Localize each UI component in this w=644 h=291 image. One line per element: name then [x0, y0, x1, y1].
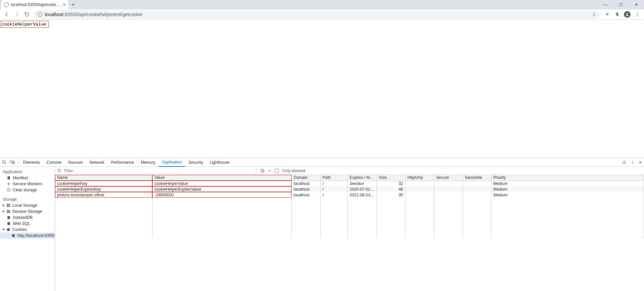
close-window-button[interactable]: ✕	[629, 0, 644, 9]
sidebar-item-local-storage[interactable]: Local Storage	[0, 202, 55, 208]
cell-domain: localhost	[291, 186, 320, 192]
cell-path: /	[320, 192, 347, 198]
svg-rect-21	[9, 212, 10, 213]
browser-tab[interactable]: localhost:63550/api/cookiehel ×	[1, 0, 68, 9]
only-blocked-label: Only blocked	[282, 168, 305, 173]
table-row[interactable]: jenkins-timestamper-offset-28800000local…	[55, 192, 644, 198]
devtools-close-icon[interactable]: ✕	[639, 160, 642, 165]
new-tab-button[interactable]: +	[68, 0, 78, 9]
svg-point-24	[7, 228, 10, 231]
refresh-icon[interactable]	[57, 168, 61, 173]
cell-expires: Session	[347, 181, 377, 186]
forward-button[interactable]	[12, 10, 21, 19]
col-samesite[interactable]: SameSite	[463, 175, 491, 181]
col-priority[interactable]: Priority	[491, 175, 644, 181]
svg-point-10	[632, 163, 633, 164]
svg-rect-18	[7, 210, 8, 211]
svg-rect-17	[9, 206, 10, 207]
address-bar[interactable]: i localhost:63550/api/cookiehelpertest/g…	[34, 10, 600, 19]
sidebar-item-service-workers[interactable]: Service Workers	[0, 181, 55, 187]
sidebar-item-session-storage[interactable]: Session Storage	[0, 208, 55, 214]
tab-lighthouse[interactable]: Lighthouse	[206, 158, 233, 167]
svg-point-0	[627, 13, 628, 14]
expand-icon[interactable]	[3, 204, 4, 207]
minimize-button[interactable]: —	[598, 0, 613, 9]
site-info-icon[interactable]: i	[38, 12, 42, 17]
expand-icon[interactable]	[3, 210, 4, 213]
col-expires[interactable]: Expires / Max-A...	[347, 175, 377, 181]
cell-priority: Medium	[491, 192, 644, 198]
cookie-table-scroll[interactable]: Name Value Domain Path Expires / Max-A..…	[55, 175, 644, 291]
collapse-icon[interactable]	[2, 229, 5, 231]
tab-security[interactable]: Security	[185, 158, 206, 167]
cookie-filter-bar: ✕ Only blocked	[55, 167, 644, 175]
col-httponly[interactable]: HttpOnly	[405, 175, 434, 181]
svg-rect-19	[9, 210, 10, 211]
cell-name: cookieHelperKey	[55, 181, 152, 186]
col-domain[interactable]: Domain	[291, 175, 320, 181]
extension-icon[interactable]: ✶	[602, 10, 612, 19]
tab-network[interactable]: Network	[86, 158, 108, 167]
database-icon	[7, 215, 11, 220]
sidebar-item-cookie-origin[interactable]: http://localhost:63550	[0, 233, 55, 239]
svg-point-9	[632, 162, 633, 163]
cell-value: -28800000	[152, 192, 291, 198]
only-blocked-checkbox[interactable]	[275, 169, 279, 173]
table-row[interactable]: cookieHelperKeycookieHelperValuelocalhos…	[55, 181, 644, 186]
cell-path: /	[320, 181, 347, 186]
sidebar-section-storage: Storage	[0, 196, 55, 202]
devtools-settings-icon[interactable]	[622, 160, 627, 165]
devtools-menu-icon[interactable]	[631, 160, 635, 164]
cookie-table: Name Value Domain Path Expires / Max-A..…	[55, 175, 644, 238]
cell-secure	[434, 186, 463, 192]
col-name[interactable]: Name	[55, 175, 152, 181]
cell-size: 35	[377, 192, 405, 198]
database-icon	[7, 222, 11, 226]
tab-application[interactable]: Application	[159, 158, 185, 167]
back-button[interactable]	[2, 10, 11, 19]
reload-button[interactable]	[22, 10, 32, 19]
col-secure[interactable]: Secure	[434, 175, 463, 181]
filter-input[interactable]	[64, 168, 252, 173]
sidebar-item-cookies[interactable]: Cookies	[0, 227, 55, 233]
col-value[interactable]: Value	[152, 175, 291, 181]
inspect-element-icon[interactable]	[2, 160, 7, 165]
cell-httponly	[405, 186, 434, 192]
sidebar-item-websql[interactable]: Web SQL	[0, 221, 55, 227]
tab-performance[interactable]: Performance	[108, 158, 138, 167]
tab-sources[interactable]: Sources	[65, 158, 86, 167]
clear-all-icon[interactable]	[260, 168, 265, 173]
table-row[interactable]: cookieHelperExpiresKeycookieHelperExpite…	[55, 186, 644, 192]
response-body: cookieHelperValue	[1, 21, 49, 28]
profile-avatar-icon[interactable]	[623, 10, 632, 19]
window-controls: — ☐ ✕	[598, 0, 644, 9]
delete-icon[interactable]: ✕	[268, 168, 271, 173]
tab-console[interactable]: Console	[43, 158, 65, 167]
browser-toolbar: i localhost:63550/api/cookiehelpertest/g…	[0, 9, 644, 19]
sidebar-item-label: IndexedDB	[13, 215, 33, 220]
sidebar-item-indexeddb[interactable]: IndexedDB	[0, 214, 55, 221]
col-path[interactable]: Path	[320, 175, 347, 181]
cell-name: cookieHelperExpiresKey	[55, 186, 152, 192]
devtools-panel: Elements Console Sources Network Perform…	[0, 158, 644, 291]
cell-size: 46	[377, 186, 405, 192]
extensions-puzzle-icon[interactable]	[612, 10, 622, 19]
kebab-menu-icon[interactable]	[633, 10, 642, 19]
cell-path: /	[320, 186, 347, 192]
col-size[interactable]: Size	[377, 175, 405, 181]
bookmark-star-icon[interactable]: ☆	[592, 12, 596, 17]
cell-priority: Medium	[491, 186, 644, 192]
sidebar-item-manifest[interactable]: Manifest	[0, 175, 55, 181]
cell-expires: 2020-07-02T14:...	[347, 186, 377, 192]
close-tab-icon[interactable]: ×	[63, 2, 66, 7]
tab-elements[interactable]: Elements	[20, 158, 43, 167]
svg-point-8	[632, 161, 633, 161]
tab-strip: localhost:63550/api/cookiehel × + — ☐ ✕	[0, 0, 644, 9]
cell-samesite	[463, 181, 491, 186]
device-toolbar-icon[interactable]	[10, 160, 15, 165]
svg-point-7	[624, 162, 625, 163]
sidebar-item-label: Clear storage	[13, 188, 37, 192]
sidebar-item-clear-storage[interactable]: Clear storage	[0, 187, 55, 193]
maximize-button[interactable]: ☐	[613, 0, 629, 9]
tab-memory[interactable]: Memory	[138, 158, 159, 167]
